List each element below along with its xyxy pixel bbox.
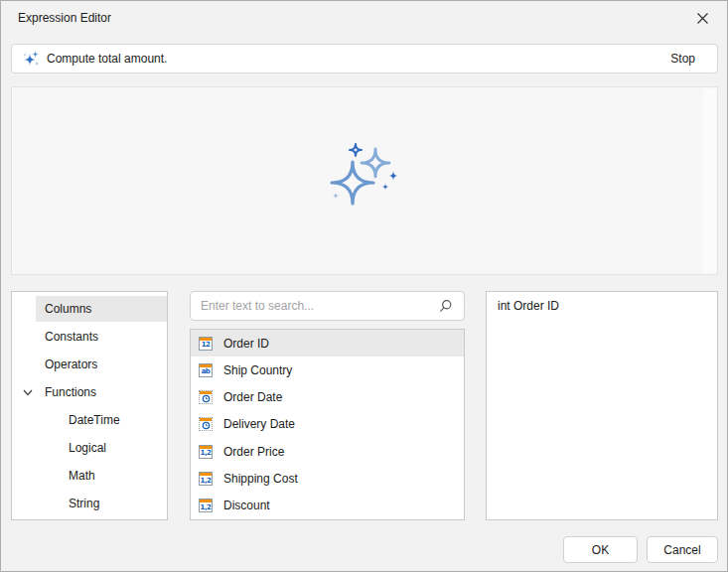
tree-item-label: Operators xyxy=(45,358,97,371)
list-item-order-price[interactable]: 1,2 Order Price xyxy=(191,438,464,465)
tree-item-label: Logical xyxy=(69,441,106,455)
string-column-icon: ab xyxy=(199,363,213,377)
list-item-label: Order Date xyxy=(223,390,282,404)
tree-item-label: Math xyxy=(69,469,95,483)
stop-button[interactable]: Stop xyxy=(662,49,703,69)
clock-icon xyxy=(202,421,211,430)
clock-icon xyxy=(202,394,211,403)
tree-item-operators[interactable]: Operators xyxy=(12,351,167,378)
ai-sparkle-icon xyxy=(22,50,40,68)
tree-item-datetime[interactable]: DateTime xyxy=(12,406,167,434)
tree-item-label: Functions xyxy=(45,385,96,399)
list-item-label: Shipping Cost xyxy=(223,472,298,486)
tree-item-columns[interactable]: Columns xyxy=(12,295,167,323)
column-list: 12 Order ID ab Ship Country Order D xyxy=(190,329,465,520)
list-item-shipping-cost[interactable]: 1,2 Shipping Cost xyxy=(191,465,464,492)
date-column-icon xyxy=(199,417,213,431)
tree-item-logical[interactable]: Logical xyxy=(12,434,167,462)
tree-item-label: String xyxy=(69,497,99,510)
search-icon[interactable] xyxy=(438,299,453,314)
tree-item-label: DateTime xyxy=(69,413,120,427)
decimal-column-icon: 1,2 xyxy=(199,499,213,512)
search-input[interactable] xyxy=(191,299,438,313)
list-item-delivery-date[interactable]: Delivery Date xyxy=(191,411,464,438)
expression-editor-dialog: Expression Editor Compute total amount. … xyxy=(0,0,728,572)
list-item-label: Delivery Date xyxy=(223,417,295,431)
list-item-ship-country[interactable]: ab Ship Country xyxy=(191,357,464,383)
ok-button[interactable]: OK xyxy=(563,536,638,563)
ai-prompt-bar: Compute total amount. Stop xyxy=(11,44,718,73)
tree-item-string[interactable]: String xyxy=(12,490,167,517)
cancel-button[interactable]: Cancel xyxy=(647,536,718,563)
ai-sparkles-illustration xyxy=(324,142,405,219)
list-item-order-id[interactable]: 12 Order ID xyxy=(191,330,464,357)
expression-preview-panel xyxy=(11,86,718,275)
ai-prompt-text: Compute total amount. xyxy=(47,52,167,66)
decimal-column-icon: 1,2 xyxy=(199,472,213,486)
list-item-order-date[interactable]: Order Date xyxy=(191,384,464,411)
tree-item-label: Constants xyxy=(45,330,98,344)
close-button[interactable] xyxy=(688,5,716,31)
close-icon xyxy=(696,12,709,25)
category-tree: Columns Constants Operators Functions Da… xyxy=(11,291,168,520)
date-column-icon xyxy=(199,390,213,404)
dialog-title: Expression Editor xyxy=(18,11,111,25)
list-item-discount[interactable]: 1,2 Discount xyxy=(191,493,464,519)
chevron-down-icon[interactable] xyxy=(22,386,34,398)
int-column-icon: 12 xyxy=(199,337,213,351)
tree-item-math[interactable]: Math xyxy=(12,462,167,490)
list-item-label: Order ID xyxy=(223,337,269,351)
list-item-label: Discount xyxy=(223,499,270,512)
list-item-label: Ship Country xyxy=(223,363,292,377)
expression-text: int Order ID xyxy=(498,299,559,313)
preview-scrollbar-track[interactable] xyxy=(703,88,716,273)
search-box xyxy=(190,291,465,321)
tree-item-functions[interactable]: Functions xyxy=(12,378,167,406)
tree-item-constants[interactable]: Constants xyxy=(12,323,167,351)
tree-item-label: Columns xyxy=(45,302,91,316)
decimal-column-icon: 1,2 xyxy=(199,445,213,459)
expression-text-panel[interactable]: int Order ID xyxy=(486,291,718,520)
list-item-label: Order Price xyxy=(223,445,284,459)
